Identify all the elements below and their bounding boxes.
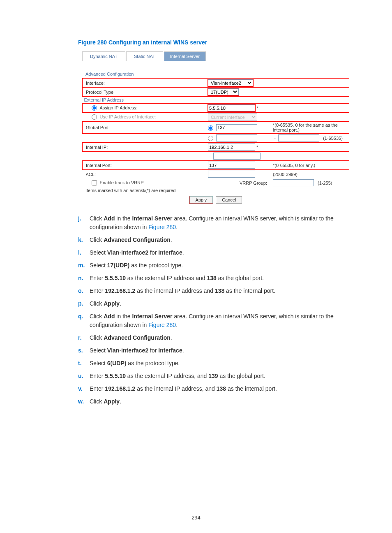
step-letter: s. — [78, 346, 90, 355]
step: w.Click Apply. — [78, 397, 353, 406]
step: t.Select 6(UDP) as the protocol type. — [78, 359, 353, 368]
global-port-input[interactable] — [216, 124, 257, 131]
internal-port-input[interactable] — [208, 162, 255, 169]
acl-hint: (2000-3999) — [273, 172, 297, 177]
acl-label: ACL: — [83, 170, 207, 179]
step-letter: m. — [78, 261, 90, 270]
tab-internal-server[interactable]: Internal Server — [164, 51, 206, 61]
step: p.Click Apply. — [78, 299, 353, 308]
internal-port-hint: *(0-65535, 0 for any.) — [273, 163, 315, 168]
step-body: Click Apply. — [90, 397, 353, 406]
tabs: Dynamic NAT Static NAT Internal Server — [82, 51, 349, 61]
dash: - — [273, 136, 277, 141]
step-body: Select Vlan-interface2 for Interface. — [90, 248, 353, 257]
bold-text: Add — [104, 215, 115, 222]
step-body: Select Vlan-interface2 for Interface. — [90, 346, 353, 355]
step-body: Click Apply. — [90, 299, 353, 308]
global-port-range-to[interactable] — [278, 134, 319, 141]
step-body: Select 6(UDP) as the protocol type. — [90, 359, 353, 368]
step-body: Select 17(UDP) as the protocol type. — [90, 261, 353, 270]
assign-ip-input[interactable] — [208, 104, 255, 111]
step-letter: v. — [78, 385, 90, 393]
step-body: Click Add in the Internal Server area. C… — [90, 312, 353, 329]
step-letter: k. — [78, 236, 90, 244]
step-body: Enter 192.168.1.2 as the internal IP add… — [90, 287, 353, 295]
step-body: Click Add in the Internal Server area. C… — [90, 214, 353, 232]
step-letter: p. — [78, 299, 90, 308]
bold-text: 17(UDP) — [107, 262, 129, 269]
step: l.Select Vlan-interface2 for Interface. — [78, 248, 353, 257]
dash: - — [208, 154, 212, 159]
tab-static-nat[interactable]: Static NAT — [126, 51, 163, 61]
global-port-single-radio[interactable] — [208, 125, 213, 131]
bold-text: Apply — [104, 300, 120, 307]
bold-text: Internal Server — [132, 313, 172, 320]
internal-ip-label: Internal IP: — [83, 143, 207, 152]
tab-dynamic-nat[interactable]: Dynamic NAT — [82, 51, 125, 61]
step: j.Click Add in the Internal Server area.… — [78, 214, 353, 232]
step: n.Enter 5.5.5.10 as the external IP addr… — [78, 274, 353, 283]
step: v.Enter 192.168.1.2 as the internal IP a… — [78, 385, 353, 393]
use-interface-radio[interactable] — [92, 114, 97, 120]
asterisk: * — [256, 145, 258, 150]
step-body: Enter 192.168.1.2 as the internal IP add… — [90, 385, 353, 393]
step-letter: n. — [78, 274, 90, 283]
protocol-label: Protocol Type: — [83, 88, 207, 97]
global-port-label: Global Port: — [83, 122, 207, 134]
cancel-button[interactable]: Cancel — [216, 196, 242, 204]
page-number: 294 — [0, 514, 392, 521]
step: k.Click Advanced Configuration. — [78, 236, 353, 244]
advanced-configuration-link[interactable]: Advanced Configuration — [85, 72, 349, 76]
internal-ip-input[interactable] — [208, 144, 255, 151]
step-body: Click Advanced Configuration. — [90, 334, 353, 342]
step: u.Enter 5.5.5.10 as the external IP addr… — [78, 372, 353, 380]
step-letter: w. — [78, 397, 90, 406]
assign-ip-radio[interactable] — [92, 105, 97, 111]
assign-ip-label: Assign IP Address: — [99, 105, 137, 110]
step: s.Select Vlan-interface2 for Interface. — [78, 346, 353, 355]
asterisk: * — [256, 106, 258, 111]
form-table: Interface: Vlan-interface2 Protocol Type… — [82, 78, 349, 187]
bold-text: Interface — [158, 249, 182, 256]
step-letter: l. — [78, 248, 90, 257]
figure-link[interactable]: Figure 280 — [148, 224, 176, 230]
vrrp-check-label: Enable track to VRRP — [100, 180, 144, 185]
figure-caption: Figure 280 Configuring an internal WINS … — [78, 39, 353, 46]
bold-text: Internal Server — [132, 215, 172, 222]
vrrp-group-hint: (1-255) — [318, 181, 332, 185]
vrrp-checkbox[interactable] — [92, 180, 97, 185]
apply-button[interactable]: Apply — [189, 196, 213, 204]
step: r.Click Advanced Configuration. — [78, 334, 353, 342]
acl-input[interactable] — [208, 171, 255, 178]
global-port-range-radio[interactable] — [208, 136, 213, 141]
global-port-range-from[interactable] — [216, 134, 257, 141]
step-letter: t. — [78, 359, 90, 368]
vrrp-group-input[interactable] — [273, 179, 314, 186]
bold-text: 138 — [215, 287, 224, 294]
bold-text: Advanced Configuration — [104, 334, 171, 341]
step-body: Click Advanced Configuration. — [90, 236, 353, 244]
external-ip-header: External IP Address — [83, 97, 349, 104]
bold-text: 138 — [217, 385, 226, 392]
global-port-range-hint: (1-65535) — [323, 136, 343, 141]
bold-text: Vlan-interface2 — [107, 249, 148, 256]
bold-text: 6(UDP) — [107, 360, 127, 366]
step: q.Click Add in the Internal Server area.… — [78, 312, 353, 329]
bold-text: Add — [104, 313, 115, 320]
figure-link[interactable]: Figure 280 — [148, 322, 176, 328]
protocol-select[interactable]: 17(UDP) — [208, 88, 239, 95]
interface-select[interactable]: Vlan-interface2 — [208, 79, 253, 86]
internal-port-label: Internal Port: — [83, 161, 207, 170]
required-note: Items marked with an asterisk(*) are req… — [82, 188, 349, 193]
bold-text: 5.5.5.10 — [105, 373, 126, 379]
internal-ip-to-input[interactable] — [213, 153, 261, 160]
bold-text: 192.168.1.2 — [105, 385, 135, 392]
use-interface-select: Current Interface — [208, 114, 257, 121]
step-letter: u. — [78, 372, 90, 380]
step-letter: o. — [78, 287, 90, 295]
bold-text: 5.5.5.10 — [105, 275, 126, 281]
bold-text: 139 — [208, 373, 218, 379]
instruction-steps: j.Click Add in the Internal Server area.… — [78, 214, 353, 406]
step: m.Select 17(UDP) as the protocol type. — [78, 261, 353, 270]
step: o.Enter 192.168.1.2 as the internal IP a… — [78, 287, 353, 295]
